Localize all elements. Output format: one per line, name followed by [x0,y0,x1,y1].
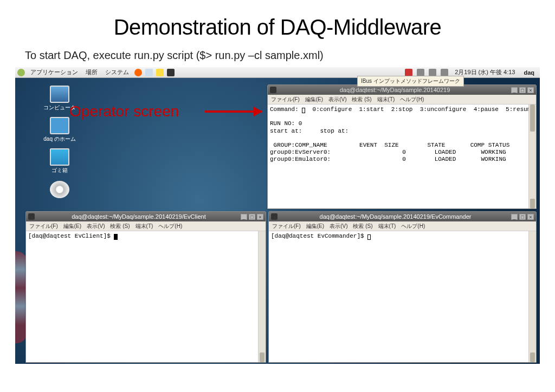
home-folder-icon [50,117,69,134]
user-menu[interactable]: daq [521,69,537,76]
operator-screen-label: Operator screen [69,103,179,120]
operator-terminal-window[interactable]: daq@daqtest:~/MyDaq/sample.20140219 _ □ … [267,84,537,209]
trash-icon [50,148,69,166]
text-cursor-icon [367,234,371,240]
terminal-menubar: ファイル(F) 編集(E) 表示(V) 検索 (S) 端末(T) ヘルプ(H) [26,221,266,231]
firefox-icon[interactable] [134,69,142,76]
scrollbar-thumb[interactable] [530,352,535,362]
scrollbar[interactable] [258,231,266,362]
desktop-icon-trash[interactable]: ゴミ箱 [43,148,76,174]
mail-icon[interactable] [145,69,153,76]
menu-help[interactable]: ヘルプ(H) [400,96,424,103]
menu-view[interactable]: 表示(V) [328,96,346,103]
run-no-line: RUN NO: 0 [270,120,302,127]
terminal-launcher-icon[interactable] [167,69,175,76]
note-icon[interactable] [156,69,164,76]
table-header: GROUP:COMP_NAME EVENT SIZE STATE COMP ST… [270,142,509,148]
text-cursor-icon [114,234,118,240]
terminal-menubar: ファイル(F) 編集(E) 表示(V) 検索 (S) 端末(T) ヘルプ(H) [268,95,536,104]
menu-search[interactable]: 検索 (S) [110,223,130,230]
ibus-tooltip: IBus インプットメソッドフレームワーク [357,76,464,87]
evclient-terminal-body[interactable]: [daq@daqtest EvClient]$ [26,231,266,362]
computer-icon [50,86,69,103]
menu-file[interactable]: ファイル(F) [29,223,58,230]
clock-text[interactable]: 2月19日 (水) 午後 4:13 [453,68,517,76]
menu-help[interactable]: ヘルプ(H) [158,223,182,230]
terminal-titlebar-icon [270,87,276,93]
close-button[interactable]: × [257,214,263,220]
menu-file[interactable]: ファイル(F) [271,96,300,103]
scrollbar[interactable] [528,231,536,362]
command-options: 0:configure 1:start 2:stop 3:unconfigure… [305,106,534,113]
window-titlebar[interactable]: daq@daqtest:~/MyDaq/sample.20140219/EvCo… [269,212,536,221]
menu-system[interactable]: システム [103,68,131,76]
maximize-button[interactable]: □ [249,214,255,220]
gnome-foot-icon[interactable] [17,69,25,76]
menu-places[interactable]: 場所 [83,68,100,76]
menu-search[interactable]: 検索 (S) [353,223,372,230]
menu-terminal[interactable]: 端末(T) [377,96,395,103]
evcommander-terminal-body[interactable]: [daq@daqtest EvCommander]$ [269,231,536,362]
command-label: Command: [270,106,299,113]
start-stop-line: start at: stop at: [270,128,349,134]
menu-terminal[interactable]: 端末(T) [378,223,396,230]
operator-terminal-body[interactable]: Command: 0:configure 1:start 2:stop 3:un… [268,104,536,208]
terminal-titlebar-icon [28,213,35,220]
slide-subtitle: To start DAQ, execute run.py script ($> … [0,45,555,66]
menu-edit[interactable]: 編集(E) [305,96,323,103]
menu-terminal[interactable]: 端末(T) [135,223,153,230]
desktop-icon-home[interactable]: daq のホーム [43,117,76,143]
menu-view[interactable]: 表示(V) [87,223,105,230]
window-title: daq@daqtest:~/MyDaq/sample.20140219 [279,87,511,93]
table-row: group0:EvServer0: 0 LOADED WORKING [270,149,506,155]
menu-file[interactable]: ファイル(F) [272,223,301,230]
desktop-icon-label: daq のホーム [43,135,76,143]
minimize-button[interactable]: _ [511,214,518,220]
menu-applications[interactable]: アプリケーション [28,68,80,76]
menu-edit[interactable]: 編集(E) [306,223,324,230]
volume-icon[interactable] [429,69,436,76]
tray-icon-1[interactable] [417,69,424,76]
scrollbar[interactable] [528,104,536,208]
terminal-menubar: ファイル(F) 編集(E) 表示(V) 検索 (S) 端末(T) ヘルプ(H) [269,221,536,231]
scrollbar-thumb[interactable] [260,352,264,362]
close-button[interactable]: × [527,87,534,93]
desktop-icon-label: ゴミ箱 [43,167,76,174]
menu-search[interactable]: 検索 (S) [352,96,371,103]
dvd-icon [50,181,69,198]
close-button[interactable]: × [527,214,534,220]
evcommander-terminal-window[interactable]: daq@daqtest:~/MyDaq/sample.20140219/EvCo… [268,211,537,363]
maximize-button[interactable]: □ [519,87,526,93]
window-titlebar[interactable]: daq@daqtest:~/MyDaq/sample.20140219/EvCl… [26,212,266,221]
minimize-button[interactable]: _ [511,87,518,93]
menu-view[interactable]: 表示(V) [330,223,347,230]
terminal-titlebar-icon [271,213,278,220]
shell-prompt: [daq@daqtest EvCommander]$ [271,233,367,239]
arrow-icon [205,110,262,113]
evclient-terminal-window[interactable]: daq@daqtest:~/MyDaq/sample.20140219/EvCl… [25,211,266,363]
desktop-icon-dvd[interactable] [43,181,76,199]
window-title: daq@daqtest:~/MyDaq/sample.20140219/EvCl… [37,213,241,220]
scrollbar-thumb[interactable] [530,104,535,132]
table-row: group0:Emulator0: 0 LOADED WORKING [270,156,506,162]
shell-prompt: [daq@daqtest EvClient]$ [28,233,114,239]
maximize-button[interactable]: □ [519,214,526,220]
desktop-screenshot: アプリケーション 場所 システム 2月19日 (水) 午後 4:13 daq I… [15,67,540,364]
slide-title: Demonstration of DAQ-Middleware [0,0,555,45]
update-icon[interactable] [405,69,412,76]
menu-edit[interactable]: 編集(E) [63,223,81,230]
menu-help[interactable]: ヘルプ(H) [401,223,425,230]
scrollbar-thumb[interactable] [530,199,535,208]
minimize-button[interactable]: _ [241,214,247,220]
window-title: daq@daqtest:~/MyDaq/sample.20140219/EvCo… [280,213,511,220]
display-icon[interactable] [441,69,448,76]
